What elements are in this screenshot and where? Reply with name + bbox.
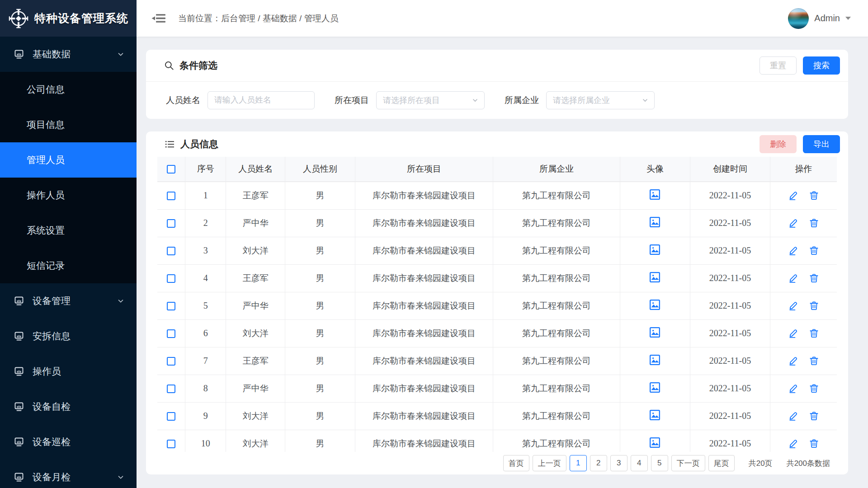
avatar-image-button[interactable]	[649, 326, 661, 338]
page-number-button-3[interactable]: 3	[610, 455, 627, 471]
sidebar-item-系统设置[interactable]: 系统设置	[0, 213, 137, 248]
project-select[interactable]: 请选择所在项目	[376, 91, 485, 109]
table-row: 3刘大洋男库尔勒市春来锦园建设项目第九工程有限公司2022-11-05	[157, 237, 837, 264]
user-menu[interactable]: Admin	[788, 8, 851, 29]
sidebar-item-操作人员[interactable]: 操作人员	[0, 178, 137, 213]
delete-row-button[interactable]	[809, 383, 819, 394]
edit-button[interactable]	[788, 383, 799, 394]
row-checkbox[interactable]	[167, 440, 175, 448]
page-number-button-1[interactable]: 1	[570, 455, 587, 471]
menu-fold-icon[interactable]	[151, 12, 166, 24]
sidebar-item-管理人员[interactable]: 管理人员	[0, 142, 137, 178]
delete-row-button[interactable]	[809, 218, 819, 228]
sidebar-menu: 基础数据公司信息项目信息管理人员操作人员系统设置短信记录设备管理安拆信息操作员设…	[0, 37, 137, 488]
trash-icon	[809, 273, 819, 283]
delete-row-button[interactable]	[809, 411, 819, 421]
trash-icon	[809, 245, 819, 256]
cell-no: 5	[185, 292, 226, 319]
avatar-image-button[interactable]	[649, 354, 661, 366]
edit-button[interactable]	[788, 218, 799, 228]
row-checkbox[interactable]	[167, 274, 175, 283]
cell-project: 库尔勒市春来锦园建设项目	[355, 292, 493, 319]
delete-button[interactable]: 删除	[760, 135, 797, 153]
trash-icon	[809, 300, 819, 311]
avatar[interactable]	[788, 8, 809, 29]
row-checkbox[interactable]	[167, 412, 175, 421]
sidebar-item-设备管理[interactable]: 设备管理	[0, 283, 137, 319]
select-all-checkbox[interactable]	[167, 165, 175, 174]
avatar-image-button[interactable]	[649, 244, 661, 256]
edit-icon	[788, 356, 799, 366]
chevron-down-icon	[117, 50, 125, 58]
filter-panel: 条件筛选 重置 搜索 人员姓名 所在项目 请选择所在项目	[146, 50, 848, 119]
company-select[interactable]: 请选择所属企业	[546, 91, 655, 109]
cell-no: 9	[185, 402, 226, 430]
row-checkbox[interactable]	[167, 357, 175, 366]
page-prev-button[interactable]: 上一页	[533, 455, 566, 471]
row-checkbox[interactable]	[167, 247, 175, 255]
delete-row-button[interactable]	[809, 245, 819, 256]
sidebar-item-设备月检[interactable]: 设备月检	[0, 460, 137, 488]
row-checkbox[interactable]	[167, 219, 175, 228]
search-button[interactable]: 搜索	[803, 56, 840, 75]
sidebar-item-短信记录[interactable]: 短信记录	[0, 248, 137, 283]
cell-created: 2022-11-05	[690, 209, 770, 237]
avatar-image-button[interactable]	[649, 299, 661, 311]
filter-field-project: 所在项目 请选择所在项目	[335, 91, 485, 109]
edit-button[interactable]	[788, 273, 799, 283]
edit-button[interactable]	[788, 356, 799, 366]
app-title: 特种设备管理系统	[34, 11, 128, 26]
edit-button[interactable]	[788, 300, 799, 311]
cell-gender: 男	[285, 182, 355, 209]
sidebar-item-操作员[interactable]: 操作员	[0, 354, 137, 389]
reset-button[interactable]: 重置	[760, 56, 797, 75]
delete-row-button[interactable]	[809, 190, 819, 201]
name-input[interactable]	[208, 91, 315, 109]
sidebar-item-label: 管理人员	[27, 154, 65, 166]
row-checkbox[interactable]	[167, 385, 175, 393]
cell-created: 2022-11-05	[690, 430, 770, 452]
page-last-button[interactable]: 尾页	[708, 455, 735, 471]
sidebar-item-基础数据[interactable]: 基础数据	[0, 37, 137, 72]
edit-button[interactable]	[788, 328, 799, 338]
edit-button[interactable]	[788, 411, 799, 421]
cell-gender: 男	[285, 319, 355, 347]
page-next-button[interactable]: 下一页	[671, 455, 705, 471]
avatar-image-button[interactable]	[649, 216, 661, 228]
filter-title: 条件筛选	[164, 59, 217, 72]
cell-no: 7	[185, 347, 226, 375]
avatar-image-button[interactable]	[649, 436, 661, 449]
delete-row-button[interactable]	[809, 356, 819, 366]
avatar-image-button[interactable]	[649, 409, 661, 421]
page-number-button-2[interactable]: 2	[590, 455, 607, 471]
edit-button[interactable]	[788, 245, 799, 256]
cell-gender: 男	[285, 264, 355, 292]
sidebar-item-公司信息[interactable]: 公司信息	[0, 72, 137, 107]
sidebar-item-项目信息[interactable]: 项目信息	[0, 107, 137, 142]
cell-created: 2022-11-05	[690, 237, 770, 264]
edit-button[interactable]	[788, 190, 799, 201]
main-content: 条件筛选 重置 搜索 人员姓名 所在项目 请选择所在项目	[137, 37, 868, 488]
page-first-button[interactable]: 首页	[503, 455, 529, 471]
edit-button[interactable]	[788, 438, 799, 449]
avatar-image-button[interactable]	[649, 381, 661, 394]
row-checkbox[interactable]	[167, 329, 175, 338]
row-checkbox[interactable]	[167, 192, 175, 200]
delete-row-button[interactable]	[809, 273, 819, 283]
avatar-image-button[interactable]	[649, 271, 661, 283]
cell-no: 2	[185, 209, 226, 237]
sidebar-item-设备自检[interactable]: 设备自检	[0, 389, 137, 424]
page-number-button-4[interactable]: 4	[631, 455, 648, 471]
avatar-image-button[interactable]	[649, 188, 661, 201]
cell-company: 第九工程有限公司	[493, 264, 620, 292]
row-checkbox[interactable]	[167, 302, 175, 310]
sidebar-item-设备巡检[interactable]: 设备巡检	[0, 424, 137, 460]
delete-row-button[interactable]	[809, 300, 819, 311]
trash-icon	[809, 383, 819, 394]
cell-name: 王彦军	[226, 182, 285, 209]
delete-row-button[interactable]	[809, 328, 819, 338]
export-button[interactable]: 导出	[803, 135, 840, 153]
page-number-button-5[interactable]: 5	[651, 455, 668, 471]
sidebar-item-安拆信息[interactable]: 安拆信息	[0, 319, 137, 354]
delete-row-button[interactable]	[809, 438, 819, 449]
